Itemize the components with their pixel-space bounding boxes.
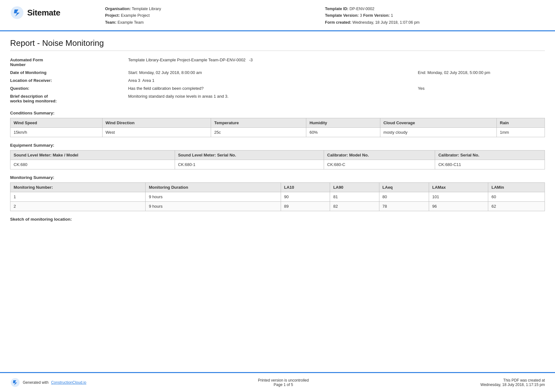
sketch-title: Sketch of monitoring location: — [10, 217, 545, 222]
monitoring-td-1-1: 9 hours — [146, 201, 281, 211]
monitoring-td-1-6: 62 — [488, 201, 545, 211]
info-value2-1: End: Monday, 02 July 2018, 5:00:00 pm — [418, 69, 545, 77]
monitoring-td-1-3: 82 — [330, 201, 379, 211]
info-label-2: Location of Receiver: — [10, 77, 128, 84]
footer-of-text: of 5 — [287, 383, 293, 387]
header-template-version: Template Version: 3 Form Version: 1 — [325, 12, 545, 19]
conditions-table: Wind Speed Wind Direction Temperature Hu… — [10, 118, 545, 137]
conditions-td-0-2: 25c — [211, 127, 306, 137]
logo-text: Sitemate — [27, 8, 60, 18]
monitoring-td-0-5: 101 — [429, 192, 488, 201]
monitoring-th-6: LAMin — [488, 182, 545, 192]
monitoring-td-1-0: 2 — [10, 201, 146, 211]
info-row-0: Automated FormNumber Template Library-Ex… — [10, 56, 545, 69]
conditions-td-0-5: 1mm — [496, 127, 545, 137]
equipment-th-1: Sound Level Meter: Serial No. — [175, 150, 324, 160]
conditions-th-4: Cloud Coverage — [380, 118, 496, 127]
info-label-1: Date of Monitoring — [10, 69, 128, 77]
footer-center: Printed version is uncontrolled Page 1 o… — [258, 378, 309, 387]
monitoring-table: Monitoring Number: Monitoring Duration L… — [10, 182, 545, 211]
monitoring-td-0-6: 60 — [488, 192, 545, 201]
logo-area: Sitemate — [10, 6, 92, 20]
main-content: Report - Noise Monitoring Automated Form… — [0, 31, 555, 325]
header-form-created: Form created: Wednesday, 18 July 2018, 1… — [325, 19, 545, 26]
footer-generated-link[interactable]: ConstructionCloud.io — [51, 380, 86, 385]
info-value-1: Start: Monday, 02 July 2018, 8:00:00 am — [128, 69, 332, 77]
monitoring-td-0-2: 90 — [281, 192, 330, 201]
info-row-3: Question: Has the field calibration been… — [10, 84, 545, 92]
equipment-td-0-1: CK:680-1 — [175, 160, 324, 169]
conditions-th-2: Temperature — [211, 118, 306, 127]
equipment-th-2: Calibrator: Model No. — [324, 150, 435, 160]
footer-logo-icon — [10, 377, 20, 388]
monitoring-td-0-1: 9 hours — [146, 192, 281, 201]
header-meta: Organisation: Template Library Project: … — [105, 6, 545, 26]
header-org: Organisation: Template Library — [105, 6, 325, 12]
equipment-row-0: CK:680 CK:680-1 CK:680-C CK:680-C11 — [10, 160, 545, 169]
header-team: Team: Example Team — [105, 19, 325, 26]
conditions-row-0: 15km/h West 25c 60% mosty cloudy 1mm — [10, 127, 545, 137]
equipment-header-row: Sound Level Meter: Make / Model Sound Le… — [10, 150, 545, 160]
monitoring-title: Monitoring Summary: — [10, 175, 545, 180]
monitoring-td-0-3: 81 — [330, 192, 379, 201]
info-label-3: Question: — [10, 84, 128, 92]
footer-right: This PDF was created at Wednesday, 18 Ju… — [480, 378, 545, 387]
monitoring-td-1-5: 96 — [429, 201, 488, 211]
info-table: Automated FormNumber Template Library-Ex… — [10, 56, 545, 105]
info-row-1: Date of Monitoring Start: Monday, 02 Jul… — [10, 69, 545, 77]
footer-printed-text: Printed version is uncontrolled — [258, 378, 309, 383]
equipment-title: Equipment Summary: — [10, 143, 545, 148]
info-label-4: Brief description ofworks being monitore… — [10, 92, 128, 105]
monitoring-td-1-2: 89 — [281, 201, 330, 211]
footer-created-date: Wednesday, 18 July 2018, 1:17:15 pm — [480, 383, 545, 387]
sitemate-logo-icon — [10, 6, 24, 20]
monitoring-th-3: LA90 — [330, 182, 379, 192]
info-label2-3 — [332, 84, 418, 92]
equipment-td-0-3: CK:680-C11 — [435, 160, 545, 169]
page-footer: Generated with ConstructionCloud.io Prin… — [0, 372, 555, 392]
sketch-area — [10, 224, 545, 325]
header-template-id: Template ID: DP-ENV-0002 — [325, 6, 545, 12]
equipment-td-0-2: CK:680-C — [324, 160, 435, 169]
info-value-0: Template Library-Example Project-Example… — [128, 56, 545, 69]
monitoring-td-1-4: 78 — [379, 201, 429, 211]
header-col-left: Organisation: Template Library Project: … — [105, 6, 325, 26]
monitoring-th-1: Monitoring Duration — [146, 182, 281, 192]
equipment-th-3: Calibrator: Serial No. — [435, 150, 545, 160]
equipment-table: Sound Level Meter: Make / Model Sound Le… — [10, 150, 545, 169]
conditions-th-0: Wind Speed — [10, 118, 103, 127]
conditions-td-0-4: mosty cloudy — [380, 127, 496, 137]
info-row-2: Location of Receiver: Area 3 Area 1 — [10, 77, 545, 84]
footer-page-info: Page 1 of 5 — [258, 383, 309, 387]
conditions-title: Conditions Summary: — [10, 111, 545, 115]
info-value-2: Area 3 Area 1 — [128, 77, 545, 84]
monitoring-td-0-0: 1 — [10, 192, 146, 201]
footer-created-text: This PDF was created at — [480, 378, 545, 383]
info-value2-3: Yes — [418, 84, 545, 92]
conditions-td-0-1: West — [102, 127, 211, 137]
report-title: Report - Noise Monitoring — [10, 38, 545, 51]
equipment-th-0: Sound Level Meter: Make / Model — [10, 150, 175, 160]
monitoring-row-0: 1 9 hours 90 81 80 101 60 — [10, 192, 545, 201]
info-value-4: Monitoring standard daily noise levels i… — [128, 92, 545, 105]
monitoring-th-2: LA10 — [281, 182, 330, 192]
info-label-0: Automated FormNumber — [10, 56, 128, 69]
conditions-td-0-3: 60% — [306, 127, 380, 137]
monitoring-th-5: LAMax — [429, 182, 488, 192]
info-row-4: Brief description ofworks being monitore… — [10, 92, 545, 105]
monitoring-td-0-4: 80 — [379, 192, 429, 201]
footer-left: Generated with ConstructionCloud.io — [10, 377, 86, 388]
page-header: Sitemate Organisation: Template Library … — [0, 0, 555, 31]
header-col-right: Template ID: DP-ENV-0002 Template Versio… — [325, 6, 545, 26]
conditions-th-1: Wind Direction — [102, 118, 211, 127]
info-label2-1 — [332, 69, 418, 77]
conditions-td-0-0: 15km/h — [10, 127, 103, 137]
footer-generated-text: Generated with — [23, 380, 48, 385]
conditions-th-3: Humidity — [306, 118, 380, 127]
header-project: Project: Example Project — [105, 12, 325, 19]
monitoring-row-1: 2 9 hours 89 82 78 96 62 — [10, 201, 545, 211]
equipment-td-0-0: CK:680 — [10, 160, 175, 169]
monitoring-th-0: Monitoring Number: — [10, 182, 146, 192]
monitoring-th-4: LAeq — [379, 182, 429, 192]
info-value-3: Has the field calibration been completed… — [128, 84, 332, 92]
